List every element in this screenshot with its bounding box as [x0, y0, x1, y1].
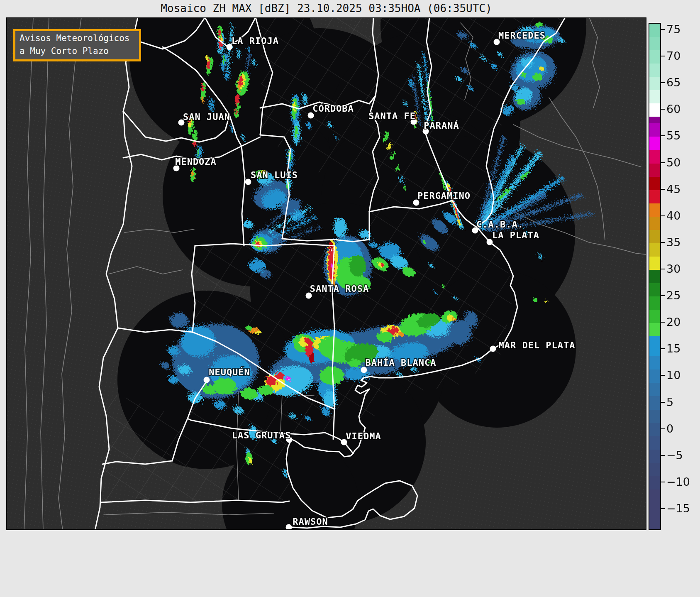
- colorbar-tick: [661, 242, 665, 243]
- colorbar-segment: [649, 177, 660, 191]
- colorbar-ticks: [661, 23, 665, 530]
- colorbar-tick: [661, 56, 665, 56]
- city-label: CÓRDOBA: [312, 103, 354, 114]
- colorbar-tick: [661, 135, 665, 136]
- colorbar-tick: [661, 455, 665, 456]
- colorbar-tick: [661, 402, 665, 403]
- colorbar-segment: [649, 323, 660, 337]
- city-label: NEUQUÉN: [209, 367, 250, 377]
- colorbar-segment: [649, 217, 660, 230]
- colorbar-segment: [649, 410, 660, 423]
- city-label: SANTA FE: [368, 111, 416, 121]
- city-dot: [204, 377, 210, 383]
- colorbar-tick: [661, 189, 665, 190]
- colorbar-segment: [649, 356, 660, 370]
- colorbar-segment: [649, 24, 660, 37]
- colorbar-tick-label: 75: [666, 23, 680, 36]
- colorbar: [649, 23, 661, 530]
- city-label: PERGAMINO: [417, 191, 471, 201]
- colorbar-segment: [649, 203, 660, 217]
- colorbar-labels: 757065605550454035302520151050−5−10−15: [666, 23, 700, 530]
- colorbar-segment: [649, 243, 660, 257]
- city-label: SANTA ROSA: [310, 284, 369, 294]
- colorbar-tick-label: 20: [666, 316, 680, 328]
- colorbar-tick-label: 0: [666, 422, 673, 435]
- colorbar-segment: [649, 336, 660, 357]
- colorbar-segment: [649, 164, 660, 177]
- colorbar-tick: [661, 508, 665, 509]
- colorbar-segment: [649, 137, 660, 150]
- city-label: C.A.B.A.: [476, 219, 524, 230]
- city-label: MERCEDES: [498, 30, 546, 41]
- colorbar-tick: [661, 109, 665, 110]
- colorbar-tick-label: 10: [666, 369, 680, 382]
- colorbar-tick: [661, 269, 665, 269]
- colorbar-segment: [649, 50, 660, 64]
- colorbar-segment: [649, 296, 660, 310]
- colorbar-segment: [649, 257, 660, 270]
- colorbar-tick: [661, 428, 665, 429]
- colorbar-tick: [661, 348, 665, 349]
- city-label: LA PLATA: [492, 230, 539, 240]
- colorbar-tick-label: 40: [666, 209, 680, 222]
- colorbar-tick-label: 50: [666, 156, 680, 169]
- city-label: LAS GRUTAS: [232, 430, 291, 440]
- colorbar-segment: [649, 150, 660, 164]
- page-title: Mosaico ZH MAX [dBZ] 23.10.2025 03:35HOA…: [6, 2, 646, 15]
- warning-box: Avisos Meteorológicos a Muy Corto Plazo: [13, 29, 141, 61]
- colorbar-tick-label: 5: [666, 396, 673, 409]
- colorbar-segment: [649, 37, 660, 51]
- colorbar-tick-label: 45: [666, 183, 680, 196]
- colorbar-segment: [649, 77, 660, 91]
- colorbar-segment: [649, 310, 660, 323]
- colorbar-segment: [649, 383, 660, 396]
- colorbar-segment: [649, 489, 660, 530]
- city-label: BAHÍA BLANCA: [366, 357, 437, 368]
- colorbar-tick-label: 60: [666, 103, 680, 115]
- colorbar-tick: [661, 295, 665, 296]
- colorbar-segment: [649, 396, 660, 410]
- city-label: MENDOZA: [175, 157, 217, 167]
- city-dot: [490, 346, 496, 352]
- radar-map: LA RIOJAMERCEDESSAN JUANCÓRDOBASANTA FEP…: [6, 17, 646, 530]
- colorbar-segment: [649, 436, 660, 450]
- colorbar-segment: [649, 230, 660, 244]
- colorbar-segment: [649, 117, 660, 124]
- radar-page: Mosaico ZH MAX [dBZ] 23.10.2025 03:35HOA…: [0, 0, 700, 597]
- colorbar-segment: [649, 103, 660, 117]
- colorbar-tick-label: 55: [666, 129, 680, 142]
- colorbar-tick-label: 30: [666, 262, 680, 275]
- colorbar-segment: [649, 90, 660, 104]
- colorbar-tick: [661, 375, 665, 376]
- colorbar-segment: [649, 476, 660, 490]
- city-label: SAN JUAN: [183, 112, 230, 122]
- colorbar-tick: [661, 322, 665, 323]
- colorbar-tick: [661, 215, 665, 216]
- colorbar-segment: [649, 463, 660, 477]
- city-dot: [286, 524, 292, 531]
- warning-line-2: a Muy Corto Plazo: [20, 45, 135, 58]
- colorbar-tick-label: 35: [666, 236, 680, 249]
- colorbar-tick: [661, 82, 665, 83]
- colorbar-tick-label: 25: [666, 289, 680, 302]
- colorbar-segment: [649, 450, 660, 463]
- colorbar-tick-label: −15: [666, 502, 690, 515]
- city-label: MAR DEL PLATA: [498, 340, 575, 350]
- colorbar-tick: [661, 29, 665, 30]
- colorbar-tick-label: 65: [666, 76, 680, 89]
- colorbar-tick-label: −10: [666, 475, 690, 488]
- colorbar-tick: [661, 162, 665, 163]
- city-label: RAWSON: [293, 516, 328, 527]
- city-label: SAN LUIS: [251, 170, 298, 180]
- city-marker: MAR DEL PLATA: [490, 340, 576, 352]
- colorbar-segment: [649, 423, 660, 437]
- colorbar-tick-label: −5: [666, 449, 683, 462]
- colorbar-tick-label: 15: [666, 342, 680, 355]
- warning-line-1: Avisos Meteorológicos: [20, 32, 135, 45]
- colorbar-segment: [649, 283, 660, 297]
- colorbar-tick-label: 70: [666, 49, 680, 62]
- colorbar-segment: [649, 270, 660, 284]
- city-label: LA RIOJA: [232, 36, 279, 46]
- footer: Servicio Meteorológico Nacional Argentin…: [0, 530, 700, 597]
- colorbar-segment: [649, 123, 660, 137]
